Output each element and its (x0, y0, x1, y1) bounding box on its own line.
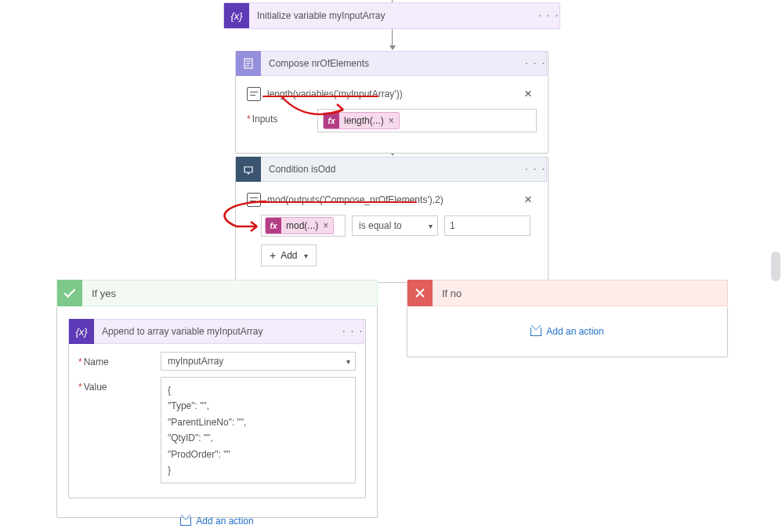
action-card-append-array: {x} Append to array variable myInputArra… (68, 319, 366, 498)
remove-chip-button[interactable]: × (389, 115, 399, 126)
remove-chip-button[interactable]: × (323, 220, 333, 231)
card-title: Append to array variable myInputArray (94, 326, 342, 337)
variable-icon: {x} (224, 3, 249, 28)
chevron-down-icon: ▾ (346, 357, 350, 366)
branch-title: If yes (82, 288, 125, 299)
insert-action-icon (530, 328, 541, 336)
comment-icon (247, 193, 261, 207)
condition-icon (236, 157, 261, 182)
card-title: Condition isOdd (261, 164, 524, 175)
field-label-value: *Value (78, 377, 161, 393)
action-card-initialize-variable[interactable]: {x} Initialize variable myInputArray · ·… (223, 2, 560, 29)
x-icon (407, 280, 433, 306)
card-title: Initialize variable myInputArray (249, 10, 538, 21)
condition-right-input[interactable]: 1 (444, 215, 530, 236)
variable-icon: {x} (69, 319, 94, 344)
action-comment: mod(outputs('Compose_nrOfElements'),2) (267, 194, 520, 205)
check-icon (57, 280, 82, 306)
action-card-compose: Compose nrOfElements · · · length(variab… (235, 51, 548, 154)
expression-chip[interactable]: fx length(...) × (323, 112, 400, 129)
inputs-field[interactable]: fx length(...) × (317, 109, 537, 132)
card-header[interactable]: {x} Append to array variable myInputArra… (68, 319, 364, 344)
branch-if-no-body: Add an action (407, 306, 728, 357)
ellipsis-menu[interactable]: · · · (538, 9, 559, 23)
card-header[interactable]: Compose nrOfElements · · · (235, 51, 547, 76)
chevron-down-icon: ▾ (304, 252, 308, 260)
branch-if-yes-header[interactable]: If yes (56, 280, 378, 306)
scrollbar-thumb[interactable] (771, 252, 780, 281)
branch-if-yes-body: {x} Append to array variable myInputArra… (56, 306, 378, 518)
ellipsis-menu[interactable]: · · · (342, 324, 364, 338)
branch-if-no-header[interactable]: If no (407, 280, 728, 306)
card-title: Compose nrOfElements (261, 58, 524, 69)
add-row-button[interactable]: + Add ▾ (261, 244, 317, 266)
branch-title: If no (433, 288, 471, 299)
add-action-link[interactable]: Add an action (530, 326, 603, 337)
chevron-down-icon: ▾ (429, 222, 433, 230)
card-header[interactable]: Condition isOdd · · · (235, 157, 547, 182)
field-label-inputs: *Inputs (247, 109, 317, 125)
delete-comment-button[interactable]: × (520, 190, 537, 209)
field-label-name: *Name (78, 352, 161, 367)
ellipsis-menu[interactable]: · · · (524, 56, 546, 71)
delete-comment-button[interactable]: × (520, 85, 537, 103)
action-card-condition: Condition isOdd · · · mod(outputs('Compo… (235, 157, 548, 283)
fx-icon: fx (266, 218, 281, 233)
plus-icon: + (270, 249, 276, 262)
insert-action-icon (180, 517, 191, 526)
variable-name-dropdown[interactable]: myInputArray ▾ (161, 352, 356, 371)
condition-left-input[interactable]: fx mod(...) × (261, 215, 346, 237)
action-comment: length(variables('myInputArray')) (267, 89, 520, 100)
ellipsis-menu[interactable]: · · · (524, 162, 546, 176)
add-action-link[interactable]: Add an action (180, 516, 253, 527)
value-textarea[interactable]: { "Type": "", "ParentLineNo": "", "QtyID… (161, 377, 356, 483)
condition-operator-dropdown[interactable]: is equal to ▾ (352, 215, 438, 236)
compose-icon (236, 51, 261, 76)
comment-icon (247, 87, 261, 101)
expression-chip[interactable]: fx mod(...) × (265, 217, 334, 234)
fx-icon: fx (324, 113, 339, 128)
